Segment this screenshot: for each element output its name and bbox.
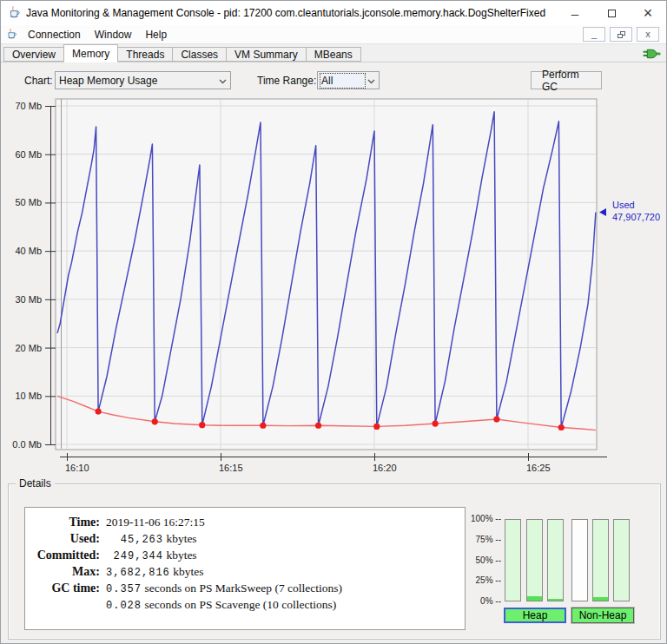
detail-label: GC time: xyxy=(25,580,100,596)
detail-unit: kbytes xyxy=(163,532,197,545)
details-text-area: Time: 2019-11-06 16:27:15 Used: 45,263 k… xyxy=(24,507,466,630)
chevron-down-icon xyxy=(367,75,375,87)
svg-text:16:25: 16:25 xyxy=(526,463,551,473)
detail-row-gc-time-2: 0.028 seconds on PS Scavenge (10 collect… xyxy=(25,596,465,613)
chevron-down-icon xyxy=(219,75,227,87)
detail-row-used: Used: 45,263 kbytes xyxy=(25,530,465,547)
tab-overview[interactable]: Overview xyxy=(3,47,63,62)
menu-help[interactable]: Help xyxy=(138,27,174,43)
gauge-scale-tick: 75% -- xyxy=(476,535,501,544)
internal-close-button[interactable]: x xyxy=(637,27,659,42)
svg-text:0.0 Mb: 0.0 Mb xyxy=(12,439,42,450)
svg-text:60 Mb: 60 Mb xyxy=(15,149,42,160)
restore-icon xyxy=(617,31,625,38)
time-range-combobox[interactable]: All xyxy=(317,71,380,89)
memory-pool-bar-heap-1 xyxy=(505,519,521,601)
maximize-icon xyxy=(608,10,616,17)
tab-threads[interactable]: Threads xyxy=(118,47,172,62)
svg-text:16:10: 16:10 xyxy=(65,463,89,473)
svg-text:30 Mb: 30 Mb xyxy=(15,294,42,305)
title-bar[interactable]: Java Monitoring & Management Console - p… xyxy=(1,1,666,25)
detail-unit: seconds on PS Scavenge (10 collections) xyxy=(142,598,336,611)
svg-text:20 Mb: 20 Mb xyxy=(15,343,42,353)
internal-restore-button[interactable] xyxy=(610,27,632,42)
svg-text:70 Mb: 70 Mb xyxy=(15,101,42,111)
memory-pool-bar-non-heap-2 xyxy=(592,519,609,601)
details-panel-title: Details xyxy=(16,477,55,490)
detail-number: 0.028 xyxy=(106,600,142,612)
window-close-button[interactable]: × xyxy=(630,1,666,25)
detail-label: Committed: xyxy=(25,547,100,563)
window-maximize-button[interactable] xyxy=(593,1,630,25)
heap-button[interactable]: Heap xyxy=(504,608,566,623)
java-app-icon xyxy=(8,5,21,21)
detail-label: Used: xyxy=(25,530,100,547)
detail-row-max: Max: 3,682,816 kbytes xyxy=(25,563,465,580)
detail-value: 2019-11-06 16:27:15 xyxy=(106,514,205,530)
detail-label: Max: xyxy=(25,563,100,580)
tab-classes[interactable]: Classes xyxy=(172,47,226,62)
tab-vm-summary[interactable]: VM Summary xyxy=(226,47,306,62)
time-range-label: Time Range: xyxy=(257,75,316,87)
gauge-scale-tick: 0% -- xyxy=(480,596,501,606)
svg-text:50 Mb: 50 Mb xyxy=(15,197,42,207)
detail-row-time: Time: 2019-11-06 16:27:15 xyxy=(25,514,465,530)
memory-tab-panel: Chart: Heap Memory Usage Time Range: All… xyxy=(1,62,666,643)
detail-row-committed: Committed: 249,344 kbytes xyxy=(25,547,465,563)
non-heap-button[interactable]: Non-Heap xyxy=(571,608,634,623)
menu-bar: Connection Window Help _ x xyxy=(1,25,666,44)
detail-row-gc-time-1: GC time: 0.357 seconds on PS MarkSweep (… xyxy=(25,580,465,596)
detail-label xyxy=(25,596,100,613)
svg-text:16:20: 16:20 xyxy=(373,463,397,473)
svg-text:16:15: 16:15 xyxy=(219,463,243,473)
chart-combobox[interactable]: Heap Memory Usage xyxy=(55,71,231,89)
tab-memory[interactable]: Memory xyxy=(63,44,118,62)
detail-label: Time: xyxy=(25,514,100,530)
memory-pool-bar-heap-2 xyxy=(526,519,543,601)
gauge-scale-tick: 50% -- xyxy=(476,555,501,565)
tab-mbeans[interactable]: MBeans xyxy=(306,47,361,62)
gauge-percent-scale: 100% --75% --50% --25% --0% -- xyxy=(426,484,501,641)
perform-gc-button[interactable]: Perform GC xyxy=(531,71,602,89)
window-minimize-button[interactable]: – xyxy=(557,1,593,25)
chart-combobox-value: Heap Memory Usage xyxy=(59,75,215,87)
svg-text:40 Mb: 40 Mb xyxy=(15,246,42,256)
gauge-scale-tick: 100% -- xyxy=(471,514,501,523)
detail-unit: seconds on PS MarkSweep (7 collections) xyxy=(142,582,342,595)
memory-pool-bar-heap-3 xyxy=(547,519,564,601)
time-range-value: All xyxy=(321,75,364,87)
tab-bar: Overview Memory Threads Classes VM Summa… xyxy=(1,44,666,62)
chart-controls: Chart: Heap Memory Usage Time Range: All… xyxy=(1,71,666,90)
jconsole-window: Java Monitoring & Management Console - p… xyxy=(0,0,667,644)
java-menu-icon xyxy=(6,28,17,42)
detail-unit: kbytes xyxy=(163,549,197,562)
heap-memory-chart-svg: 0.0 Mb10 Mb20 Mb30 Mb40 Mb50 Mb60 Mb70 M… xyxy=(1,95,667,486)
memory-pool-bar-non-heap-3 xyxy=(613,519,630,601)
details-section: Details Time: 2019-11-06 16:27:15 Used: … xyxy=(1,479,666,643)
svg-text:Used: Used xyxy=(612,200,635,210)
gauge-scale-tick: 25% -- xyxy=(476,575,501,585)
detail-number: 0.357 xyxy=(106,583,142,595)
menu-window[interactable]: Window xyxy=(88,27,139,43)
menu-connection[interactable]: Connection xyxy=(21,27,88,43)
internal-minimize-button[interactable]: _ xyxy=(583,27,605,42)
svg-text:47,907,720: 47,907,720 xyxy=(612,212,660,222)
heap-memory-chart: 0.0 Mb10 Mb20 Mb30 Mb40 Mb50 Mb60 Mb70 M… xyxy=(1,95,667,486)
connection-status-icon xyxy=(643,47,661,63)
window-title: Java Monitoring & Management Console - p… xyxy=(26,7,545,19)
details-panel: Details Time: 2019-11-06 16:27:15 Used: … xyxy=(8,483,661,640)
detail-unit: kbytes xyxy=(170,565,204,578)
chart-combo-label: Chart: xyxy=(24,75,53,87)
memory-pool-bar-non-heap-1 xyxy=(571,519,588,601)
svg-text:10 Mb: 10 Mb xyxy=(15,391,42,401)
